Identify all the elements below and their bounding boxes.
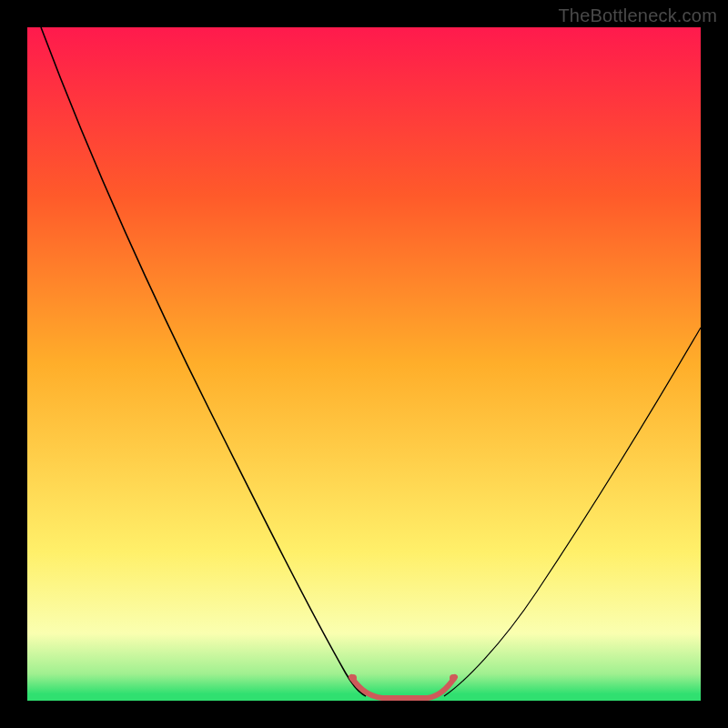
chart-frame: TheBottleneck.com <box>0 0 728 728</box>
curve-left-branch <box>41 27 366 696</box>
curve-layer <box>27 27 701 701</box>
valley-dot-right <box>450 674 457 682</box>
watermark-text: TheBottleneck.com <box>558 5 717 26</box>
valley-dot-left <box>349 674 357 682</box>
curve-valley-floor <box>351 677 455 698</box>
curve-right-branch <box>444 328 701 696</box>
plot-area <box>27 27 701 701</box>
